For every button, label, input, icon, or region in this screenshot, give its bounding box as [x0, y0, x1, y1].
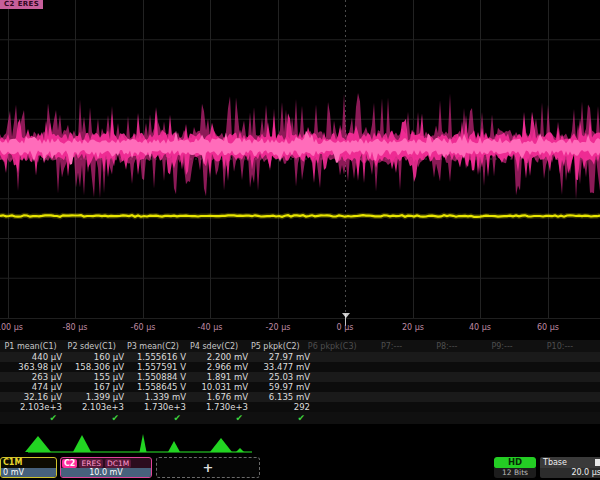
- measure-cell: 2.966 mV: [186, 362, 248, 372]
- checkmark-icon: ✔: [186, 413, 248, 423]
- measure-cell: 1.399 µV: [62, 392, 124, 402]
- measure-cell: 1.339 mV: [124, 392, 186, 402]
- time-axis-tick: -100 µs: [0, 323, 23, 332]
- measure-cell: 33.477 mV: [248, 362, 310, 372]
- measure-cell: 1.558645 V: [124, 382, 186, 392]
- hd-badge: HD: [494, 457, 536, 468]
- param-header-p9[interactable]: P9:---: [489, 342, 544, 351]
- measure-cell: 2.103e+3: [62, 402, 124, 412]
- c2-coupling-tag: DC1M: [105, 459, 131, 468]
- histicon-peak: [210, 438, 232, 452]
- histicon-peak: [73, 435, 91, 452]
- time-axis-tick: 40 µs: [469, 323, 491, 332]
- histicon-peak: [236, 448, 244, 452]
- hd-bits-label: 12 Bits: [494, 468, 536, 478]
- checkmark-icon: ✔: [62, 413, 124, 423]
- measure-cell: 25.03 mV: [248, 372, 310, 382]
- trigger-marker-icon[interactable]: [342, 313, 350, 318]
- measure-cell: 10.031 mV: [186, 382, 248, 392]
- timebase-value: 20.0 µs: [540, 468, 600, 478]
- measure-cell: 1.730e+3: [124, 402, 186, 412]
- checkmark-icon: ✔: [124, 413, 186, 423]
- channel-c1-descriptor[interactable]: C1M 0 mV: [0, 457, 57, 478]
- measure-cell: 32.16 µV: [0, 392, 62, 402]
- descriptor-bar: C1M 0 mV C2 ERES DC1M 10.0 mV + HD 12 Bi…: [0, 456, 600, 480]
- histicon-peak: [140, 434, 147, 452]
- measure-cell: 440 µV: [0, 352, 62, 362]
- c1-coupling-label: C1M: [1, 458, 56, 468]
- channel-c2-descriptor[interactable]: C2 ERES DC1M 10.0 mV: [60, 457, 152, 478]
- trace-plot[interactable]: [0, 0, 600, 318]
- waveform-display[interactable]: C2 ERES: [0, 0, 600, 318]
- measure-header-row: P1 mean(C1) P2 sdev(C1) P3 mean(C2) P4 s…: [0, 340, 600, 352]
- parameter-histicons[interactable]: [0, 426, 600, 456]
- time-axis-tick: -20 µs: [266, 323, 291, 332]
- measure-cell: 263 µV: [0, 372, 62, 382]
- plus-icon: +: [203, 460, 214, 475]
- measure-cell: 167 µV: [62, 382, 124, 392]
- measure-row-min: 263 µV 155 µV 1.550884 V 1.891 mV 25.03 …: [0, 372, 600, 382]
- measure-cell: 160 µV: [62, 352, 124, 362]
- histicon-peak: [168, 441, 180, 452]
- measurement-table: P1 mean(C1) P2 sdev(C1) P3 mean(C2) P4 s…: [0, 340, 600, 424]
- measure-cell: 155 µV: [62, 372, 124, 382]
- param-header-p3[interactable]: P3 mean(C2): [122, 342, 183, 351]
- measure-cell: 363.98 µV: [0, 362, 62, 372]
- measure-cell: 6.135 mV: [248, 392, 310, 402]
- measure-row-num: 2.103e+3 2.103e+3 1.730e+3 1.730e+3 292: [0, 402, 600, 412]
- param-header-p7[interactable]: P7:---: [379, 342, 434, 351]
- measure-cell: 1.676 mV: [186, 392, 248, 402]
- param-header-p10[interactable]: P10:---: [545, 342, 600, 351]
- measure-cell: 1.730e+3: [186, 402, 248, 412]
- param-header-p1[interactable]: P1 mean(C1): [0, 342, 61, 351]
- c2-channel-badge: C2: [62, 459, 77, 468]
- checkmark-icon: ✔: [248, 413, 310, 423]
- timebase-label: Tbase: [543, 458, 567, 467]
- measure-cell: 474 µV: [0, 382, 62, 392]
- param-header-p8[interactable]: P8:---: [434, 342, 489, 351]
- measure-cell: 1.557591 V: [124, 362, 186, 372]
- measure-cell: 1.555616 V: [124, 352, 186, 362]
- c2-eres-tag: ERES: [79, 459, 102, 468]
- measure-cell: 292: [248, 402, 310, 412]
- time-axis-tick: 60 µs: [537, 323, 559, 332]
- time-axis-tick: -80 µs: [63, 323, 88, 332]
- param-header-p5[interactable]: P5 pkpk(C2): [245, 342, 306, 351]
- hd-mode-indicator[interactable]: HD 12 Bits: [494, 457, 536, 478]
- param-header-p6[interactable]: P6 pkpk(C3): [306, 342, 379, 351]
- measure-cell: 1.550884 V: [124, 372, 186, 382]
- trigger-indicator-icon: [595, 459, 600, 466]
- measure-cell: 59.97 mV: [248, 382, 310, 392]
- measure-row-sdev: 32.16 µV 1.399 µV 1.339 mV 1.676 mV 6.13…: [0, 392, 600, 402]
- measure-cell: 27.97 mV: [248, 352, 310, 362]
- measure-cell: 1.891 mV: [186, 372, 248, 382]
- c2-scale-value: 10.0 mV: [61, 468, 151, 477]
- measure-row-value: 440 µV 160 µV 1.555616 V 2.200 mV 27.97 …: [0, 352, 600, 362]
- param-header-p4[interactable]: P4 sdev(C2): [184, 342, 245, 351]
- measure-status-row: ✔ ✔ ✔ ✔ ✔: [0, 412, 600, 424]
- measure-row-mean: 363.98 µV 158.306 µV 1.557591 V 2.966 mV…: [0, 362, 600, 372]
- time-axis-tick: 0 µs: [337, 323, 354, 332]
- c1-scale-value: 0 mV: [1, 468, 56, 477]
- time-axis: -100 µs-80 µs-60 µs-40 µs-20 µs0 µs20 µs…: [0, 318, 600, 339]
- oscilloscope-screen: C2 ERES -100 µs-80 µs-60 µs-40 µs-20 µs0…: [0, 0, 600, 480]
- measure-cell: 2.200 mV: [186, 352, 248, 362]
- time-axis-tick: 20 µs: [402, 323, 424, 332]
- checkmark-icon: ✔: [0, 413, 62, 423]
- trace-annotation: C2 ERES: [0, 0, 43, 9]
- timebase-descriptor[interactable]: Tbase 20.0 µs: [540, 457, 600, 478]
- time-axis-tick: -40 µs: [198, 323, 223, 332]
- param-header-p2[interactable]: P2 sdev(C1): [61, 342, 122, 351]
- measure-cell: 158.306 µV: [62, 362, 124, 372]
- histicon-peak: [25, 436, 51, 452]
- add-trace-button[interactable]: +: [156, 457, 260, 478]
- measure-cell: 2.103e+3: [0, 402, 62, 412]
- time-axis-tick: -60 µs: [131, 323, 156, 332]
- measure-row-max: 474 µV 167 µV 1.558645 V 10.031 mV 59.97…: [0, 382, 600, 392]
